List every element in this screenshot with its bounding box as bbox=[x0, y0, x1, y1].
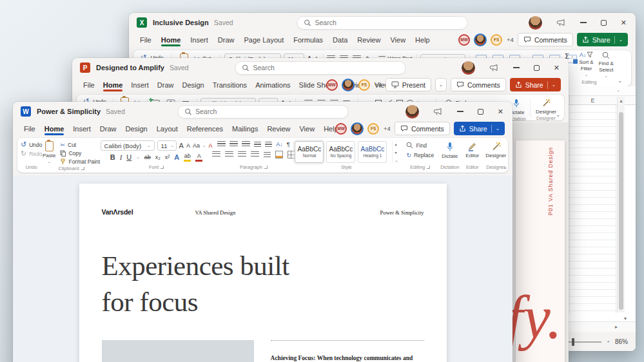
word-tab-layout[interactable]: Layout bbox=[156, 124, 179, 134]
ppt-tab-transitions[interactable]: Transitions bbox=[212, 80, 248, 90]
ppt-tab-home[interactable]: Home bbox=[102, 80, 124, 90]
sort-icon[interactable]: A↓ bbox=[276, 142, 283, 148]
grow-font-icon[interactable]: A bbox=[179, 142, 184, 149]
line-spacing-icon[interactable] bbox=[264, 152, 271, 158]
text-effects-button[interactable]: A bbox=[174, 154, 179, 161]
share-button[interactable]: Share ⌄ bbox=[510, 78, 561, 91]
change-case-icon[interactable]: Aa bbox=[193, 143, 200, 149]
close-button[interactable]: ✕ bbox=[621, 19, 627, 26]
find-button[interactable]: Find bbox=[406, 142, 427, 149]
powerpoint-search-input[interactable] bbox=[253, 64, 399, 71]
collaborator-avatar-fs[interactable]: FS bbox=[491, 34, 502, 46]
excel-tab-formulas[interactable]: Formulas bbox=[293, 35, 324, 45]
dialog-launcher-icon[interactable] bbox=[161, 166, 164, 169]
excel-tab-review[interactable]: Review bbox=[356, 35, 381, 45]
excel-tab-draw[interactable]: Draw bbox=[217, 35, 235, 45]
bold-button[interactable]: B bbox=[110, 154, 115, 161]
ribbon-collapse-chevron[interactable]: ⌄ bbox=[618, 78, 622, 84]
word-page[interactable]: VanΛrsdel VA Shared Design Power & Simpl… bbox=[79, 184, 447, 362]
find-select-button[interactable]: Find & Select ⌄ bbox=[599, 52, 614, 79]
scroll-up-icon[interactable]: ▴ bbox=[620, 99, 622, 104]
excel-tab-file[interactable]: File bbox=[139, 35, 152, 45]
vertical-scrollbar[interactable]: ▴ bbox=[617, 97, 625, 312]
gallery-more-icon[interactable]: ⌄ bbox=[395, 158, 398, 162]
font-size-dropdown[interactable]: 11 ⌄ bbox=[157, 140, 177, 151]
zoom-in-icon[interactable]: + bbox=[607, 339, 610, 345]
collaborator-avatar-fs[interactable]: FS bbox=[367, 123, 379, 135]
dialog-launcher-icon[interactable] bbox=[427, 166, 430, 169]
zoom-level[interactable]: 86% bbox=[615, 338, 628, 345]
chevron-down-icon[interactable]: ⌄ bbox=[619, 37, 623, 43]
excel-search-bar[interactable] bbox=[297, 16, 468, 30]
collaborator-avatar-mw[interactable]: MW bbox=[458, 34, 470, 46]
undo-button[interactable]: ↺ Undo bbox=[21, 141, 43, 148]
excel-search-input[interactable] bbox=[315, 19, 461, 26]
ppt-tab-file[interactable]: File bbox=[83, 80, 95, 90]
formula-bar-chevron[interactable]: ⌄ bbox=[617, 88, 620, 93]
word-tab-design[interactable]: Design bbox=[124, 124, 148, 134]
excel-tab-insert[interactable]: Insert bbox=[190, 35, 209, 45]
superscript-button[interactable]: x² bbox=[165, 155, 170, 160]
megaphone-icon[interactable] bbox=[556, 19, 566, 27]
maximize-button[interactable] bbox=[534, 65, 540, 71]
collaborator-avatar-mw[interactable]: MW bbox=[326, 79, 338, 91]
strikethrough-button[interactable]: ab bbox=[144, 155, 151, 160]
present-button[interactable]: Present bbox=[385, 78, 431, 91]
collaborator-avatar-photo[interactable] bbox=[351, 122, 364, 135]
word-tab-mailings[interactable]: Mailings bbox=[231, 124, 259, 134]
justify-icon[interactable] bbox=[251, 151, 259, 158]
minimize-button[interactable] bbox=[513, 67, 520, 68]
highlight-button[interactable]: ab bbox=[184, 153, 191, 162]
excel-tab-data[interactable]: Data bbox=[332, 35, 348, 45]
cut-button[interactable]: ✂ Cut bbox=[60, 142, 100, 148]
bullets-icon[interactable] bbox=[217, 141, 226, 148]
redo-button[interactable]: ↻ Redo bbox=[21, 150, 43, 157]
align-right-icon[interactable] bbox=[238, 151, 246, 158]
zoom-slider-handle[interactable] bbox=[572, 338, 574, 346]
excel-tab-page-layout[interactable]: Page Layout bbox=[243, 35, 284, 45]
close-button[interactable]: ✕ bbox=[554, 64, 560, 71]
dialog-launcher-icon[interactable] bbox=[81, 167, 84, 170]
designer-button[interactable]: Designer bbox=[485, 142, 506, 158]
column-header-e[interactable]: E bbox=[569, 96, 616, 104]
word-tab-insert[interactable]: Insert bbox=[72, 124, 92, 134]
comments-button[interactable]: Comments bbox=[518, 33, 573, 46]
minimize-button[interactable] bbox=[457, 111, 463, 111]
ribbon-collapse-chevron[interactable]: ⌄ bbox=[556, 112, 560, 118]
pilcrow-icon[interactable]: ¶ bbox=[287, 142, 290, 148]
paste-button[interactable]: Paste ⌄ bbox=[43, 141, 55, 164]
word-tab-review[interactable]: Review bbox=[266, 124, 291, 134]
ppt-tab-design[interactable]: Design bbox=[181, 80, 204, 90]
collaborator-avatar-mw[interactable]: MW bbox=[335, 123, 347, 135]
ppt-tab-animations[interactable]: Animations bbox=[255, 80, 291, 90]
document-image-placeholder[interactable] bbox=[102, 340, 254, 362]
copy-button[interactable]: Copy bbox=[60, 150, 100, 157]
increase-indent-icon[interactable] bbox=[265, 142, 272, 148]
dialog-launcher-icon[interactable] bbox=[264, 166, 268, 169]
word-tab-view[interactable]: View bbox=[298, 124, 315, 134]
share-button[interactable]: Share ⌄ bbox=[454, 122, 505, 135]
comments-button[interactable]: Comments bbox=[395, 122, 450, 135]
font-name-dropdown[interactable]: Calibri (Body) ⌄ bbox=[101, 140, 155, 151]
designer-button[interactable]: Designer bbox=[536, 99, 556, 115]
sort-filter-button[interactable]: A↓ Sort & Filter ⌄ bbox=[579, 52, 593, 77]
comments-button[interactable]: Comments bbox=[451, 78, 506, 91]
gallery-up-icon[interactable]: ▴ bbox=[395, 142, 398, 146]
collaborator-avatar-fs[interactable]: FS bbox=[358, 79, 370, 91]
gallery-down-icon[interactable]: ▾ bbox=[395, 150, 398, 155]
user-avatar[interactable] bbox=[462, 61, 475, 75]
style-normal[interactable]: AaBbCc Normal bbox=[295, 141, 324, 163]
minimize-button[interactable] bbox=[580, 22, 587, 23]
ribbon-collapse-chevron[interactable]: ⌄ bbox=[503, 164, 508, 170]
word-search-bar[interactable] bbox=[177, 105, 348, 119]
decrease-indent-icon[interactable] bbox=[254, 142, 261, 148]
excel-tab-help[interactable]: Help bbox=[415, 35, 431, 45]
word-tab-file[interactable]: File bbox=[23, 124, 36, 134]
collaborator-avatar-photo[interactable] bbox=[474, 33, 487, 46]
excel-tab-view[interactable]: View bbox=[389, 35, 406, 45]
numbering-icon[interactable] bbox=[229, 141, 238, 148]
collaborator-overflow-count[interactable]: +4 bbox=[375, 81, 382, 88]
maximize-button[interactable] bbox=[601, 20, 607, 26]
word-tab-draw[interactable]: Draw bbox=[99, 124, 117, 134]
multilevel-list-icon[interactable] bbox=[242, 141, 250, 148]
